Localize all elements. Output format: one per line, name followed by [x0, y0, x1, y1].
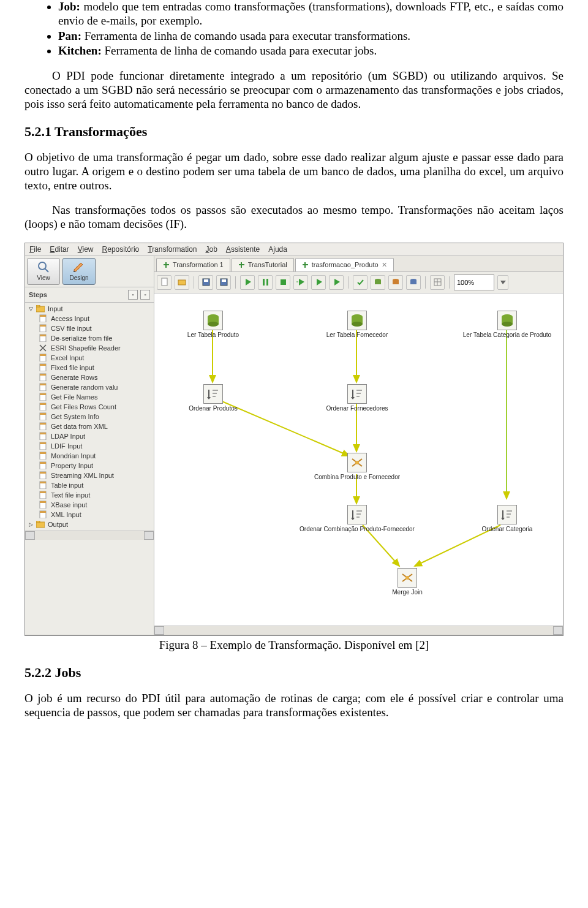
stop-button[interactable] — [276, 275, 290, 290]
node-ordenar-categoria[interactable]: Ordenar Categoria — [496, 505, 518, 532]
chevron-right-icon: ▷ — [29, 521, 33, 528]
svg-rect-57 — [281, 279, 286, 285]
step-icon — [39, 452, 48, 460]
step-item[interactable]: Get Files Rows Count — [26, 402, 154, 412]
run-button[interactable] — [240, 275, 255, 290]
canvas[interactable]: Ler Tabela Produto Ler Tabela Fornecedor… — [154, 293, 563, 626]
step-item[interactable]: Get File Names — [26, 392, 154, 402]
menu-job[interactable]: Job — [206, 245, 217, 254]
svg-rect-51 — [204, 279, 208, 282]
svg-marker-102 — [351, 518, 355, 520]
node-combina[interactable]: Combina Produto e Fornecedor — [346, 453, 368, 480]
menu-repositorio[interactable]: Repositório — [102, 245, 140, 254]
results-button[interactable] — [430, 275, 445, 290]
svg-rect-49 — [178, 280, 186, 285]
folder-input[interactable]: ▽ Input — [26, 304, 154, 314]
step-icon — [39, 432, 48, 440]
step-item[interactable]: Get data from XML — [26, 422, 154, 431]
folder-open-icon — [178, 278, 187, 287]
svg-marker-91 — [207, 397, 211, 399]
menu-view[interactable]: View — [78, 245, 94, 254]
new-button[interactable] — [157, 275, 172, 290]
svg-rect-5 — [36, 305, 40, 307]
menu-editar[interactable]: Editar — [50, 245, 69, 254]
svg-rect-13 — [40, 354, 46, 356]
step-item[interactable]: LDAP Input — [26, 431, 154, 441]
svg-marker-60 — [317, 279, 322, 286]
node-ordenar-combinacao[interactable]: Ordenar Combinação Produto-Fornecedor — [346, 505, 368, 532]
svg-rect-35 — [40, 462, 46, 464]
step-item[interactable]: Generate Rows — [26, 373, 154, 382]
collapse-icon[interactable]: ▫ — [140, 290, 150, 300]
menu-ajuda[interactable]: Ajuda — [268, 245, 287, 254]
paragraph-1: O PDI pode funcionar diretamente integra… — [24, 69, 564, 111]
design-button[interactable]: Design — [62, 258, 96, 285]
impact-button[interactable] — [371, 275, 385, 290]
svg-rect-67 — [410, 280, 417, 284]
menu-transformation[interactable]: Transformation — [148, 245, 197, 254]
tab-trasformacao-produto[interactable]: trasformacao_Produto ✕ — [295, 258, 394, 271]
step-item[interactable]: CSV file input — [26, 323, 154, 333]
step-item[interactable]: XML Input — [26, 510, 154, 520]
view-button[interactable]: View — [27, 258, 60, 285]
node-ordenar-fornecedores[interactable]: Ordenar Fornecedores — [346, 384, 368, 412]
node-ler-tabela-produto[interactable]: Ler Tabela Produto — [202, 311, 224, 338]
step-item[interactable]: Table input — [26, 480, 154, 490]
node-ordenar-produtos[interactable]: Ordenar Produtos — [202, 384, 224, 412]
step-item[interactable]: Text file input — [26, 490, 154, 500]
tab-transformation-1[interactable]: Transformation 1 — [156, 258, 230, 271]
step-item[interactable]: LDIF Input — [26, 441, 154, 451]
zoom-input[interactable] — [454, 274, 494, 290]
verify-button[interactable] — [353, 275, 368, 290]
disk-icon — [219, 278, 228, 287]
step-item[interactable]: Property Input — [26, 461, 154, 471]
save-as-button[interactable] — [216, 275, 231, 290]
explore-button[interactable] — [406, 275, 421, 290]
svg-rect-56 — [266, 279, 268, 286]
scrollbar-h-left[interactable] — [25, 531, 154, 540]
step-item[interactable]: Mondrian Input — [26, 451, 154, 461]
expand-icon[interactable]: ▫ — [128, 290, 138, 300]
doc-icon — [160, 278, 169, 287]
sql-button[interactable] — [388, 275, 403, 290]
close-icon[interactable]: ✕ — [382, 261, 387, 269]
heading-521: 5.2.1 Transformações — [24, 124, 564, 140]
step-item[interactable]: Excel Input — [26, 353, 154, 363]
step-item[interactable]: Fixed file input — [26, 363, 154, 373]
step-item[interactable]: Streaming XML Input — [26, 471, 154, 480]
open-button[interactable] — [175, 275, 189, 290]
debug-button[interactable] — [311, 275, 326, 290]
folder-output[interactable]: ▷ Output — [26, 520, 154, 529]
tab-transtutorial[interactable]: TransTutorial — [232, 258, 294, 271]
svg-marker-54 — [246, 279, 251, 286]
svg-rect-29 — [40, 433, 46, 434]
menu-assistente[interactable]: Assistente — [226, 245, 260, 254]
replay-button[interactable] — [329, 275, 344, 290]
step-item[interactable]: Get System Info — [26, 412, 154, 422]
svg-point-86 — [352, 322, 363, 327]
node-ler-tabela-categoria[interactable]: Ler Tabela Categoria de Produto — [496, 311, 518, 338]
svg-rect-19 — [40, 384, 46, 385]
step-item[interactable]: ESRI Shapefile Reader — [26, 343, 154, 353]
step-item[interactable]: XBase input — [26, 500, 154, 510]
preview-button[interactable] — [293, 275, 308, 290]
step-item[interactable]: Access Input — [26, 314, 154, 323]
step-icon — [39, 373, 48, 381]
step-icon — [39, 403, 48, 410]
scrollbar-h-canvas[interactable] — [154, 626, 563, 635]
disk-icon — [202, 278, 211, 287]
svg-point-89 — [502, 322, 513, 327]
node-merge-join[interactable]: Merge Join — [396, 568, 418, 596]
chevron-down-icon — [499, 278, 508, 287]
step-item[interactable]: De-serialize from file — [26, 333, 154, 343]
pause-button[interactable] — [258, 275, 273, 290]
zoom-dropdown[interactable] — [497, 275, 508, 290]
svg-marker-61 — [334, 279, 340, 286]
save-button[interactable] — [198, 275, 213, 290]
node-ler-tabela-fornecedor[interactable]: Ler Tabela Fornecedor — [346, 311, 368, 338]
check-icon — [356, 278, 365, 287]
step-item[interactable]: Generate random valu — [26, 382, 154, 392]
step-icon — [39, 481, 48, 489]
menu-file[interactable]: File — [29, 245, 41, 254]
svg-marker-58 — [299, 279, 304, 286]
